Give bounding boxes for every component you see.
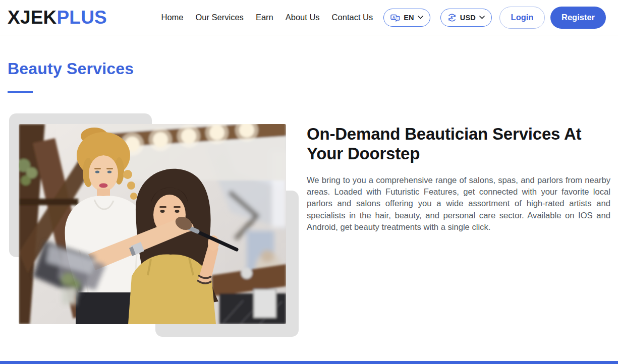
page-title: Beauty Services [8,59,134,78]
register-button[interactable]: Register [550,7,606,29]
currency-selected: USD [460,14,476,22]
main-nav: Home Our Services Earn About Us Contact … [161,13,373,22]
title-underline [8,91,33,93]
nav-item-earn[interactable]: Earn [256,13,273,22]
brand-logo-primary: XJEK [8,7,57,28]
svg-text:A: A [392,16,395,19]
main-content: Beauty Services [0,35,618,361]
currency-exchange-icon: $ [447,13,457,22]
nav-item-our-services[interactable]: Our Services [196,13,244,22]
footer-top-strip [0,361,618,364]
language-dropdown[interactable]: A EN [383,9,430,27]
language-selected: EN [404,14,414,22]
hero-figure [9,113,299,337]
translate-icon: A [390,13,400,22]
chevron-down-icon [479,16,485,19]
hero-heading: On-Demand Beautician Services At Your Do… [307,124,599,163]
nav-item-about-us[interactable]: About Us [286,13,320,22]
nav-item-home[interactable]: Home [161,13,184,22]
chevron-down-icon [418,16,423,19]
beautician-photo [19,124,286,324]
nav-item-contact-us[interactable]: Contact Us [332,13,373,22]
header: XJEKPLUS Home Our Services Earn About Us… [0,0,618,35]
login-button[interactable]: Login [499,7,545,29]
svg-text:$: $ [451,15,453,20]
brand-logo-accent: PLUS [57,7,106,28]
hero-text-block: On-Demand Beautician Services At Your Do… [307,124,610,233]
brand-logo[interactable]: XJEKPLUS [8,7,107,28]
header-controls: A EN $ USD Login Register [383,7,606,29]
hero-description: We bring to you a comprehensive range of… [307,174,610,233]
currency-dropdown[interactable]: $ USD [440,9,492,27]
